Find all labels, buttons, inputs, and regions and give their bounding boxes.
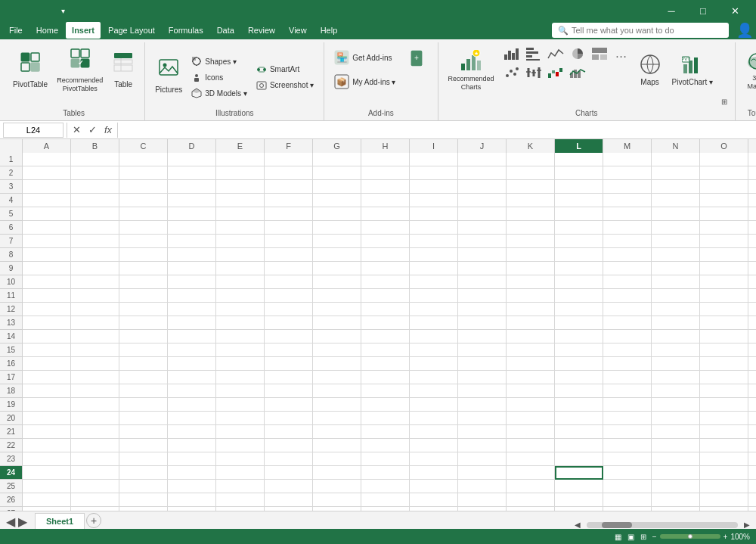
- cell-A14[interactable]: [23, 330, 71, 343]
- cell-K8[interactable]: [507, 248, 555, 262]
- cell-C18[interactable]: [119, 384, 168, 398]
- cell-I18[interactable]: [410, 384, 458, 398]
- row-header-12[interactable]: 12: [0, 303, 23, 316]
- cell-K20[interactable]: [507, 412, 555, 425]
- cell-J21[interactable]: [458, 425, 507, 439]
- cell-D23[interactable]: [168, 452, 216, 466]
- cell-H17[interactable]: [361, 371, 410, 384]
- cell-N10[interactable]: [652, 275, 700, 289]
- cell-D12[interactable]: [168, 303, 216, 316]
- icons-button[interactable]: Icons: [187, 70, 251, 85]
- cell-K13[interactable]: [507, 316, 555, 330]
- cell-B19[interactable]: [71, 398, 119, 412]
- cell-H2[interactable]: [361, 166, 410, 180]
- cell-N4[interactable]: [652, 194, 700, 207]
- confirm-formula-icon[interactable]: ✓: [86, 124, 99, 135]
- cell-E23[interactable]: [216, 452, 265, 466]
- cell-E22[interactable]: [216, 439, 265, 452]
- zoom-slider[interactable]: [660, 534, 720, 539]
- cell-O18[interactable]: [700, 384, 748, 398]
- cell-M9[interactable]: [603, 262, 652, 275]
- cell-O15[interactable]: [700, 343, 748, 357]
- row-header-19[interactable]: 19: [0, 398, 23, 412]
- cell-D3[interactable]: [168, 180, 216, 194]
- cell-D10[interactable]: [168, 275, 216, 289]
- cell-M1[interactable]: [603, 153, 652, 166]
- redo-icon[interactable]: [39, 4, 53, 17]
- cell-H20[interactable]: [361, 412, 410, 425]
- cell-D9[interactable]: [168, 262, 216, 275]
- cell-D11[interactable]: [168, 289, 216, 303]
- cell-I11[interactable]: [410, 289, 458, 303]
- my-addins-button[interactable]: 📦 My Add-ins ▾: [330, 71, 399, 92]
- cell-C2[interactable]: [119, 166, 168, 180]
- cell-L10[interactable]: [555, 275, 603, 289]
- cell-H21[interactable]: [361, 425, 410, 439]
- cell-H19[interactable]: [361, 398, 410, 412]
- cell-B20[interactable]: [71, 412, 119, 425]
- cell-I4[interactable]: [410, 194, 458, 207]
- cell-J12[interactable]: [458, 303, 507, 316]
- cell-B15[interactable]: [71, 343, 119, 357]
- cell-A16[interactable]: [23, 357, 71, 371]
- cell-H9[interactable]: [361, 262, 410, 275]
- scroll-bar-right[interactable]: ▶: [744, 521, 750, 529]
- cell-F9[interactable]: [265, 262, 313, 275]
- cell-L1[interactable]: [555, 153, 603, 166]
- cell-P20[interactable]: [748, 412, 756, 425]
- horizontal-scrollbar[interactable]: [587, 522, 738, 528]
- cell-O11[interactable]: [700, 289, 748, 303]
- col-header-A[interactable]: A: [23, 139, 71, 153]
- cell-K6[interactable]: [507, 221, 555, 235]
- cell-E4[interactable]: [216, 194, 265, 207]
- col-header-P[interactable]: P: [748, 139, 756, 153]
- cell-B26[interactable]: [71, 493, 119, 507]
- stats-chart-button[interactable]: [523, 64, 544, 81]
- cell-M22[interactable]: [603, 439, 652, 452]
- cell-F23[interactable]: [265, 452, 313, 466]
- cell-I1[interactable]: [410, 153, 458, 166]
- cell-F7[interactable]: [265, 235, 313, 248]
- cell-L26[interactable]: [555, 493, 603, 507]
- cell-A5[interactable]: [23, 207, 71, 221]
- cell-I20[interactable]: [410, 412, 458, 425]
- cell-E1[interactable]: [216, 153, 265, 166]
- cell-D13[interactable]: [168, 316, 216, 330]
- cell-O9[interactable]: [700, 262, 748, 275]
- addins-store-button[interactable]: +: [401, 47, 432, 70]
- cell-O23[interactable]: [700, 452, 748, 466]
- combo-chart-button[interactable]: [567, 64, 588, 81]
- cell-N26[interactable]: [652, 493, 700, 507]
- cell-E26[interactable]: [216, 493, 265, 507]
- cell-P18[interactable]: [748, 384, 756, 398]
- cell-O13[interactable]: [700, 316, 748, 330]
- row-header-25[interactable]: 25: [0, 480, 23, 493]
- cell-G6[interactable]: [313, 221, 361, 235]
- row-header-1[interactable]: 1: [0, 153, 23, 166]
- cell-O3[interactable]: [700, 180, 748, 194]
- cell-N3[interactable]: [652, 180, 700, 194]
- col-header-O[interactable]: O: [700, 139, 748, 153]
- cell-G8[interactable]: [313, 248, 361, 262]
- cell-O14[interactable]: [700, 330, 748, 343]
- cell-P13[interactable]: [748, 316, 756, 330]
- cell-C20[interactable]: [119, 412, 168, 425]
- cell-C10[interactable]: [119, 275, 168, 289]
- cell-E25[interactable]: [216, 480, 265, 493]
- cell-M17[interactable]: [603, 371, 652, 384]
- cell-F10[interactable]: [265, 275, 313, 289]
- cell-M2[interactable]: [603, 166, 652, 180]
- cell-J22[interactable]: [458, 439, 507, 452]
- row-header-17[interactable]: 17: [0, 371, 23, 384]
- cell-K12[interactable]: [507, 303, 555, 316]
- cell-J10[interactable]: [458, 275, 507, 289]
- cell-P10[interactable]: [748, 275, 756, 289]
- bar-chart-button[interactable]: [523, 45, 544, 62]
- cell-H22[interactable]: [361, 439, 410, 452]
- cell-C5[interactable]: [119, 207, 168, 221]
- cell-N11[interactable]: [652, 289, 700, 303]
- cell-P4[interactable]: [748, 194, 756, 207]
- cell-H10[interactable]: [361, 275, 410, 289]
- cell-K24[interactable]: [507, 466, 555, 480]
- cell-O10[interactable]: [700, 275, 748, 289]
